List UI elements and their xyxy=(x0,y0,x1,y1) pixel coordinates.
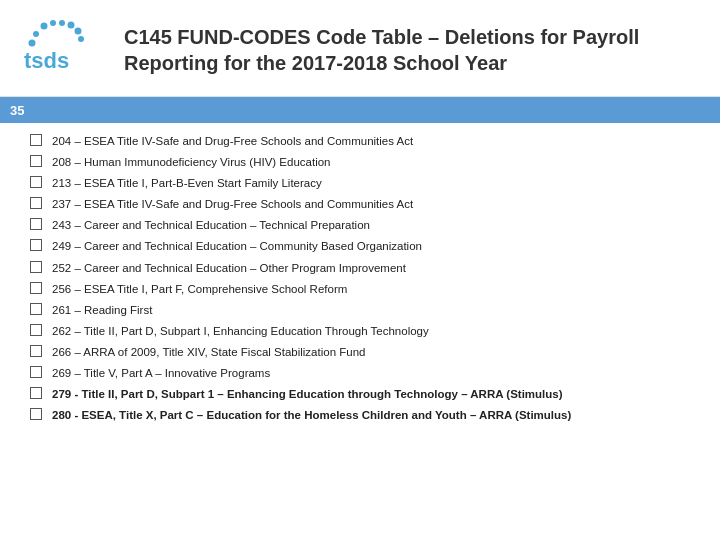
list-item: 279 - Title II, Part D, Subpart 1 – Enha… xyxy=(30,386,696,402)
bullet-checkbox-icon xyxy=(30,345,42,357)
list-item: 243 – Career and Technical Education – T… xyxy=(30,217,696,233)
list-item: 213 – ESEA Title I, Part-B-Even Start Fa… xyxy=(30,175,696,191)
svg-point-2 xyxy=(59,20,65,26)
list-item: 208 – Human Immunodeficiency Virus (HIV)… xyxy=(30,154,696,170)
header: tsds C145 FUND-CODES Code Table – Deleti… xyxy=(0,0,720,97)
bullet-text: 280 - ESEA, Title X, Part C – Education … xyxy=(52,407,696,423)
bullet-checkbox-icon xyxy=(30,197,42,209)
bullet-text: 269 – Title V, Part A – Innovative Progr… xyxy=(52,365,696,381)
content-area: 204 – ESEA Title IV-Safe and Drug-Free S… xyxy=(0,123,720,438)
logo: tsds xyxy=(16,18,106,82)
list-item: 266 – ARRA of 2009, Title XIV, State Fis… xyxy=(30,344,696,360)
bullet-text: 204 – ESEA Title IV-Safe and Drug-Free S… xyxy=(52,133,696,149)
svg-point-7 xyxy=(29,40,36,47)
bullet-checkbox-icon xyxy=(30,324,42,336)
bullet-text: 256 – ESEA Title I, Part F, Comprehensiv… xyxy=(52,281,696,297)
list-item: 269 – Title V, Part A – Innovative Progr… xyxy=(30,365,696,381)
bullet-text: 266 – ARRA of 2009, Title XIV, State Fis… xyxy=(52,344,696,360)
svg-point-4 xyxy=(75,28,82,35)
bullet-checkbox-icon xyxy=(30,155,42,167)
list-item: 261 – Reading First xyxy=(30,302,696,318)
list-item: 262 – Title II, Part D, Subpart I, Enhan… xyxy=(30,323,696,339)
slide-number-bar: 35 xyxy=(0,97,720,123)
bullet-text: 237 – ESEA Title IV-Safe and Drug-Free S… xyxy=(52,196,696,212)
bullet-text: 261 – Reading First xyxy=(52,302,696,318)
svg-text:tsds: tsds xyxy=(24,48,69,73)
svg-point-5 xyxy=(78,36,84,42)
bullet-checkbox-icon xyxy=(30,366,42,378)
bullet-text: 249 – Career and Technical Education – C… xyxy=(52,238,696,254)
bullet-checkbox-icon xyxy=(30,261,42,273)
list-item: 204 – ESEA Title IV-Safe and Drug-Free S… xyxy=(30,133,696,149)
slide-number: 35 xyxy=(10,103,24,118)
bullet-text: 213 – ESEA Title I, Part-B-Even Start Fa… xyxy=(52,175,696,191)
svg-point-3 xyxy=(68,22,75,29)
bullet-checkbox-icon xyxy=(30,282,42,294)
list-item: 280 - ESEA, Title X, Part C – Education … xyxy=(30,407,696,423)
list-item: 237 – ESEA Title IV-Safe and Drug-Free S… xyxy=(30,196,696,212)
svg-point-0 xyxy=(41,23,48,30)
bullet-checkbox-icon xyxy=(30,134,42,146)
bullet-text: 208 – Human Immunodeficiency Virus (HIV)… xyxy=(52,154,696,170)
bullet-text: 279 - Title II, Part D, Subpart 1 – Enha… xyxy=(52,386,696,402)
bullet-checkbox-icon xyxy=(30,239,42,251)
bullet-checkbox-icon xyxy=(30,176,42,188)
page-title: C145 FUND-CODES Code Table – Deletions f… xyxy=(124,24,696,76)
list-item: 249 – Career and Technical Education – C… xyxy=(30,238,696,254)
bullet-checkbox-icon xyxy=(30,387,42,399)
svg-point-1 xyxy=(50,20,56,26)
svg-point-6 xyxy=(33,31,39,37)
title-area: C145 FUND-CODES Code Table – Deletions f… xyxy=(124,24,696,76)
bullet-text: 262 – Title II, Part D, Subpart I, Enhan… xyxy=(52,323,696,339)
list-item: 252 – Career and Technical Education – O… xyxy=(30,260,696,276)
bullet-checkbox-icon xyxy=(30,218,42,230)
bullet-checkbox-icon xyxy=(30,408,42,420)
bullet-text: 243 – Career and Technical Education – T… xyxy=(52,217,696,233)
list-item: 256 – ESEA Title I, Part F, Comprehensiv… xyxy=(30,281,696,297)
bullet-list: 204 – ESEA Title IV-Safe and Drug-Free S… xyxy=(30,133,696,423)
bullet-checkbox-icon xyxy=(30,303,42,315)
bullet-text: 252 – Career and Technical Education – O… xyxy=(52,260,696,276)
